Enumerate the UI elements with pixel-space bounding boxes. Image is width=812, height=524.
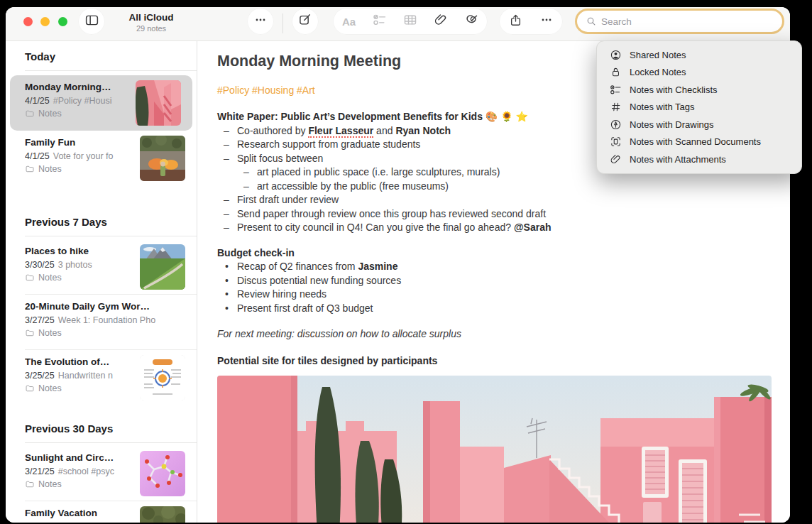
note-thumbnail xyxy=(140,244,185,290)
zoom-window-button[interactable] xyxy=(58,17,67,26)
toolbar: All iCloud 29 notes Aa xyxy=(6,7,790,41)
list-item-nested: art accessible by the public (free museu… xyxy=(237,180,790,194)
filter-shared-notes[interactable]: Shared Notes xyxy=(597,46,801,64)
folder-icon xyxy=(25,383,35,393)
note-row-places-to-hike[interactable]: Places to hike 3/30/253 photos Notes xyxy=(6,239,197,294)
person-name: Fleur Lasseur xyxy=(308,125,373,138)
filter-notes-with-attachments[interactable]: Notes with Attachments xyxy=(597,151,801,168)
note-row-evolution[interactable]: The Evolution of… 3/25/25Handwritten n N… xyxy=(6,350,197,405)
more-icon xyxy=(253,13,268,30)
minimize-window-button[interactable] xyxy=(40,17,50,26)
markup-button[interactable] xyxy=(459,9,483,33)
format-text-button[interactable]: Aa xyxy=(337,9,361,33)
window-title: All iCloud 29 notes xyxy=(98,11,204,33)
note-list-sidebar: Today Monday Morning… 4/1/25#Policy #Hou… xyxy=(6,41,197,523)
note-thumbnail xyxy=(140,136,185,181)
checklist-icon xyxy=(609,84,622,96)
checklist-button[interactable] xyxy=(368,9,392,33)
search-icon xyxy=(586,16,597,27)
table-icon xyxy=(403,13,417,30)
note-row-family-fun[interactable]: Family Fun 4/1/25Vote for your fo Notes xyxy=(6,131,197,185)
note-row-sunlight[interactable]: Sunlight and Circ… 3/21/25#school #psyc … xyxy=(6,446,197,501)
table-button[interactable] xyxy=(398,9,422,33)
compose-icon xyxy=(298,13,312,30)
note-row-family-vacation[interactable]: Family Vacation xyxy=(6,501,197,523)
note-count: 29 notes xyxy=(98,23,204,33)
list-item: Send paper through review once this grou… xyxy=(217,207,790,222)
attached-photo-pink-building[interactable] xyxy=(217,376,772,523)
note-row-monday-morning[interactable]: Monday Morning… 4/1/25#Policy #Housi Not… xyxy=(10,75,192,131)
section-header-today: Today xyxy=(25,50,197,64)
list-item: Review hiring needs xyxy=(217,288,790,302)
close-window-button[interactable] xyxy=(23,17,33,26)
filter-notes-with-checklists[interactable]: Notes with Checklists xyxy=(597,81,801,99)
search-filter-menu: Shared Notes Locked Notes Notes with Che… xyxy=(596,40,802,174)
toolbar-divider xyxy=(282,13,283,33)
filter-notes-with-tags[interactable]: Notes with Tags xyxy=(597,99,801,116)
divider xyxy=(25,70,197,71)
doc-scan-icon xyxy=(609,136,622,148)
markup-scribble-icon xyxy=(464,13,478,30)
section-header-previous-7-days: Previous 7 Days xyxy=(25,215,197,229)
lock-icon xyxy=(609,66,622,78)
list-item: Present first draft of Q3 budget xyxy=(217,302,790,316)
note-list-more-button[interactable] xyxy=(248,9,273,34)
list-item: First draft under review xyxy=(217,193,790,207)
hash-icon xyxy=(609,101,622,113)
share-icon xyxy=(509,13,522,30)
desktop-background: All iCloud 29 notes Aa xyxy=(0,0,812,524)
person-circle-icon xyxy=(609,49,622,61)
search-input[interactable] xyxy=(600,16,782,28)
note-heading: Budget check-in xyxy=(217,246,790,261)
filter-notes-with-drawings[interactable]: Notes with Drawings xyxy=(597,116,801,133)
folder-icon xyxy=(25,109,35,119)
note-row-gym-workout[interactable]: 20-Minute Daily Gym Wor… 3/27/25Week 1: … xyxy=(6,295,197,349)
folder-icon xyxy=(25,164,35,174)
filter-notes-with-scanned-documents[interactable]: Notes with Scanned Documents xyxy=(597,133,801,151)
list-item: Present to city council in Q4! Can you g… xyxy=(217,221,790,235)
search-field[interactable] xyxy=(575,9,784,34)
sidebar-icon xyxy=(84,13,99,31)
more-icon xyxy=(539,13,554,30)
aa-icon: Aa xyxy=(342,16,356,28)
paperclip-icon xyxy=(434,13,448,30)
list-item: Recap of Q2 finances from Jasmine xyxy=(217,260,790,274)
share-toolbar-group xyxy=(500,9,562,34)
emoji-decorations: 🎨 🌻 ⭐ xyxy=(485,111,528,122)
folder-icon xyxy=(25,273,35,283)
note-thumbnail xyxy=(136,80,181,126)
formatting-toolbar-group: Aa xyxy=(334,9,487,34)
checklist-icon xyxy=(373,13,387,30)
folder-icon xyxy=(25,479,35,489)
divider xyxy=(25,442,197,443)
paperclip-icon xyxy=(609,153,622,165)
notes-window: All iCloud 29 notes Aa xyxy=(6,7,790,523)
share-button[interactable] xyxy=(503,9,527,33)
attachment-button[interactable] xyxy=(429,9,453,33)
divider xyxy=(25,236,197,236)
filter-locked-notes[interactable]: Locked Notes xyxy=(597,64,801,82)
photo-caption: Potential site for tiles designed by par… xyxy=(217,354,790,369)
person-name: Ryan Notch xyxy=(395,125,451,136)
mention: @Sarah xyxy=(514,222,552,233)
editor-more-button[interactable] xyxy=(534,9,559,33)
folder-title: All iCloud xyxy=(98,11,204,23)
person-name: Jasmine xyxy=(358,261,397,272)
note-thumbnail xyxy=(140,506,185,523)
note-thumbnail xyxy=(140,451,185,496)
note-thumbnail xyxy=(140,355,185,400)
list-item: Discus potential new funding sources xyxy=(217,274,790,288)
section-header-previous-30-days: Previous 30 Days xyxy=(25,422,197,436)
folder-icon xyxy=(25,328,35,338)
new-note-button[interactable] xyxy=(292,9,318,34)
note-italic-line: For next meeting: discussion on how to a… xyxy=(217,327,790,342)
pencil-circle-icon xyxy=(609,119,622,131)
